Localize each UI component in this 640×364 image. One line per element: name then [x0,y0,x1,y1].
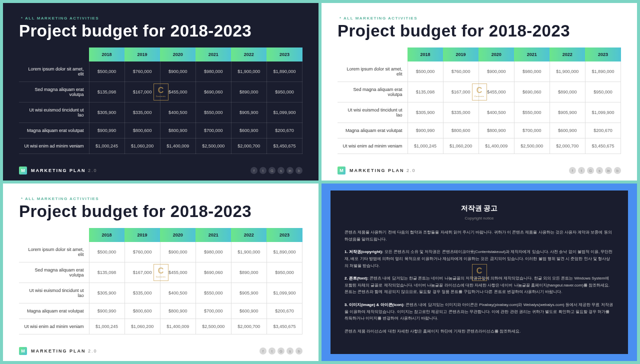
footer-ver: 2.0 [88,348,98,354]
eyebrow: * ALL MARKETING ACTIVITIES [340,16,621,20]
footer: M MARKETING PLAN 2.0 ftGsb [19,347,302,355]
social-icon[interactable]: f [569,167,576,174]
col-2022: 2022 [550,48,585,62]
copyright-subtitle: Copyright notice [344,216,614,222]
cell-value: $905,900 [550,102,585,123]
footer-name: MARKETING PLAN [350,168,404,173]
cell-value: $305,900 [408,102,443,123]
cell-value: $800,900 [160,304,196,319]
col-2020: 2020 [160,48,196,62]
cell-value: $900,000 [160,242,196,262]
cell-value: $455,000 [160,82,196,102]
row-label: Lorem ipsum dolor sit amet, elit [19,242,89,262]
social-icon[interactable]: G [278,348,284,354]
budget-table: 2018 2019 2020 2021 2022 2023 Lorem ipsu… [338,48,621,154]
cell-value: $305,900 [89,283,124,304]
cell-value: $200,670 [585,123,620,138]
footer-text: MARKETING PLAN 2.0 [350,168,416,173]
col-2023: 2023 [266,48,302,62]
social-icons: ftGsb [260,348,302,354]
copyright-title: 저작권 공고 [344,202,614,214]
footer-text: MARKETING PLAN 2.0 [31,348,98,354]
brand-badge: M [19,347,27,355]
cell-value: $550,000 [196,102,231,123]
col-2019: 2019 [124,228,160,242]
cell-value: $980,000 [196,62,231,82]
social-icon[interactable]: b [296,348,302,354]
table-row: Magna aliquam erat volutpat$900,990$800,… [338,123,621,138]
cell-value: $200,670 [266,123,302,138]
cell-value: $200,670 [266,304,302,319]
social-icon[interactable]: s [286,348,294,354]
cell-value: $1,060,200 [124,138,160,154]
slide-budget-dark: * ALL MARKETING ACTIVITIES Project budge… [3,3,318,180]
cell-value: $1,000,245 [89,138,124,154]
cell-value: $550,000 [514,102,550,123]
cell-value: $1,400,009 [160,138,196,154]
col-2018: 2018 [89,48,124,62]
social-icon[interactable]: f [250,167,258,174]
social-icon[interactable]: s [278,167,284,174]
social-icon[interactable]: b [296,167,302,174]
cell-value: $400,500 [160,283,196,304]
cell-value: $1,060,200 [124,319,160,334]
social-icon[interactable]: s [596,167,603,174]
row-label: Ut wisi enim ad minim veniam [19,319,89,334]
p1-body: 모든 콘텐츠의 소유 및 저작권은 콘텐츠테이크아웃(Contentstakeo… [344,250,613,268]
col-2020: 2020 [160,228,196,242]
cell-value: $1,099,900 [266,283,302,304]
col-2020: 2020 [478,48,514,62]
page-title: Project budget for 2018-2023 [19,202,302,221]
col-2022: 2022 [231,228,266,242]
table-row: Ut wisi enim ad minim veniam$1,000,245$1… [19,319,302,334]
cell-value: $335,000 [124,102,160,123]
cell-value: $900,000 [478,62,514,82]
table-row: Sed magna aliquam erat volutpa$135,098$1… [338,82,621,102]
cell-value: $900,000 [160,62,196,82]
social-icon[interactable]: f [260,348,266,354]
table-row: Magna aliquam erat volutpat$900,990$800,… [19,304,302,319]
footer-name: MARKETING PLAN [31,348,86,354]
row-label: Ut wisi euismod tincidunt ut lao [19,102,89,123]
social-icon[interactable]: t [260,167,266,174]
cell-value: $800,600 [124,123,160,138]
copyright-intro: 콘텐츠 제품을 사용하기 전에 다음의 협약과 조항들을 자세히 읽어 주시기 … [344,229,614,242]
social-icon[interactable]: in [605,167,612,174]
row-label: Ut wisi enim ad minim veniam [338,138,408,154]
page-title: Project budget for 2018-2023 [338,22,621,40]
row-label: Magna aliquam erat volutpat [19,123,89,138]
cell-value: $980,000 [196,242,231,262]
cell-value: $890,000 [550,82,585,102]
social-icons: ftGsinb [250,167,302,174]
cell-value: $905,900 [231,102,266,123]
copyright-p1: 1. 저작권(copyright): 모든 콘텐츠의 소유 및 저작권은 콘텐츠… [344,248,614,269]
row-label: Ut wisi euismod tincidunt ut lao [338,102,408,123]
cell-value: $1,890,000 [266,62,302,82]
cell-value: $500,000 [408,62,443,82]
cell-value: $1,900,000 [550,62,585,82]
social-icon[interactable]: in [286,167,294,174]
p2-body: 콘텐츠 내에 담겨있는 한글 폰트는 네이버 나눔글꼴의 저작권규정에 의하여 … [344,276,610,294]
social-icon[interactable]: G [587,167,594,174]
table-row: Magna aliquam erat volutpat$900,990$800,… [19,123,302,138]
brand-badge: M [19,166,27,174]
social-icon[interactable]: t [268,348,276,354]
social-icon[interactable]: t [578,167,585,174]
cell-value: $980,000 [514,62,550,82]
eyebrow: * ALL MARKETING ACTIVITIES [21,16,302,20]
cell-value: $305,900 [89,102,124,123]
cell-value: $135,098 [89,82,124,102]
blank-head [19,48,89,62]
copyright-outro: 콘텐츠 제품 라이선스에 대한 자세한 사항은 홈페이지 하단에 기재한 콘텐츠… [344,328,614,335]
cell-value: $1,000,245 [89,319,124,334]
cell-value: $800,900 [160,123,196,138]
table-row: Ut wisi euismod tincidunt ut lao$305,900… [19,102,302,123]
social-icon[interactable]: b [614,167,621,174]
col-2023: 2023 [585,48,620,62]
social-icon[interactable]: G [268,167,276,174]
footer-left: M MARKETING PLAN 2.0 [19,347,98,355]
cell-value: $3,450,675 [266,319,302,334]
table-row: Lorem ipsum dolor sit amet, elit$500,000… [19,242,302,262]
table-row: Ut wisi euismod tincidunt ut lao$305,900… [338,102,621,123]
cell-value: $2,500,000 [514,138,550,154]
